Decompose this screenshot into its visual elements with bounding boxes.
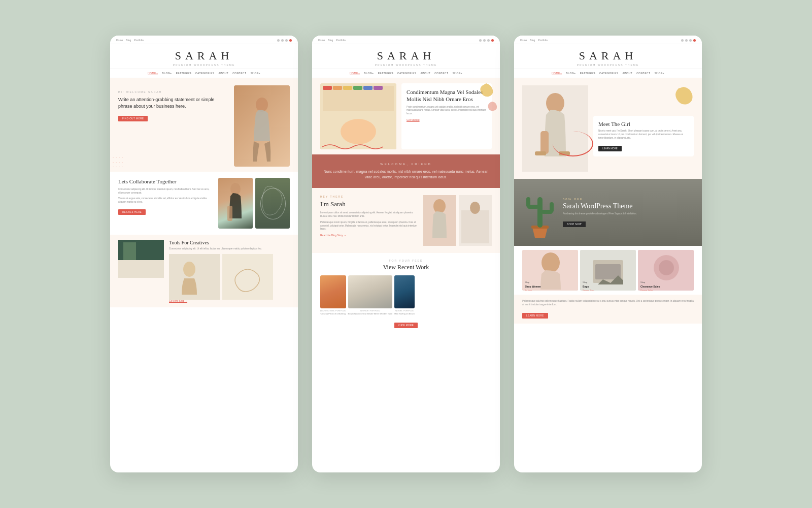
collab-abstract-svg (255, 178, 290, 229)
screen3-shop-btn[interactable]: SHOP NOW (563, 221, 586, 227)
person-silhouette-1 (247, 96, 277, 167)
social-icon-f-3[interactable] (681, 39, 684, 42)
screen2-portfolio-title: View Recent Work (320, 264, 492, 271)
nav-portfolio-1[interactable]: Portfolio (134, 39, 143, 42)
screen2-hero-inner: Condimentum Magna Vel Sodales Mollis Nis… (320, 83, 492, 149)
portfolio-img-1 (320, 275, 346, 308)
nav-blog-2[interactable]: Blog (328, 39, 333, 42)
svg-rect-12 (333, 86, 342, 90)
nav-portfolio-3[interactable]: Portfolio (538, 39, 547, 42)
nav-home-3[interactable]: Home (520, 39, 527, 42)
nav-menu-blog-1[interactable]: BLOG+ (162, 72, 172, 75)
portfolio-img-3 (394, 275, 415, 308)
nav-home-2[interactable]: Home (318, 39, 325, 42)
blob-pink-svg (487, 101, 497, 111)
nav-home-1[interactable]: Home (116, 39, 123, 42)
nav-menu-contact-2[interactable]: CONTACT (434, 72, 448, 75)
svg-rect-11 (323, 86, 332, 90)
screen2-about: HEY THERE I'm Sarah Lorem ipsum dolor si… (312, 188, 500, 253)
nav-menu-shop-3[interactable]: SHOP+ (654, 72, 664, 75)
social-icon-i-2[interactable] (491, 39, 494, 42)
screen3-promo-text: 50% OFF Sarah WordPress Theme Purchasing… (563, 198, 694, 227)
nav-menu-features-2[interactable]: FEATURES (378, 72, 393, 75)
nav-blog-3[interactable]: Blog (530, 39, 535, 42)
social-icon-t[interactable] (281, 39, 284, 42)
screen1-gallery-img2 (222, 254, 273, 300)
portfolio-view-more-btn[interactable]: VIEW MORE (394, 323, 418, 328)
social-icon-i[interactable] (289, 39, 292, 42)
logo-title-2: SARAH (312, 49, 500, 62)
svg-point-43 (659, 260, 674, 275)
screen1-tagline: Write an attention-grabbing statement or… (118, 97, 229, 109)
portfolio-caption-3: NATURE / PORTFOLIO Man Surfing on Beach (394, 310, 415, 315)
nav-menu-blog-2[interactable]: BLOG+ (364, 72, 374, 75)
shop-item1-btn[interactable]: By Now (525, 289, 532, 291)
blob-yellow-3 (673, 85, 694, 106)
nav-blog-1[interactable]: Blog (126, 39, 131, 42)
screen1-read-more[interactable]: Go to the Shop → (169, 300, 290, 302)
nav-menu-shop-2[interactable]: SHOP+ (452, 72, 462, 75)
shop-item3-sub: Shop (640, 281, 645, 283)
nav-menu-about-2[interactable]: ABOUT (420, 72, 430, 75)
nav-menu-about-3[interactable]: ABOUT (622, 72, 632, 75)
screen2-hero-body: Proin condimentum, magna vel sodales mol… (407, 106, 487, 116)
screen1-topbar: Home Blog Portfolio (110, 36, 298, 44)
portfolio-item-3: NATURE / PORTFOLIO Man Surfing on Beach (394, 275, 415, 315)
svg-point-21 (433, 199, 446, 213)
gallery-img-1-svg (169, 254, 220, 300)
screen1-tools-image (118, 240, 164, 278)
social-icon-i-3[interactable] (693, 39, 696, 42)
screen2-read-more[interactable]: Read the Blog Story → (320, 234, 418, 237)
nav-menu-about-1[interactable]: ABOUT (218, 72, 228, 75)
shop-item3-btn[interactable]: Browse Sales (640, 289, 653, 291)
shop-item3-svg (638, 250, 694, 291)
portfolio-img-2 (348, 275, 393, 308)
social-icon-f[interactable] (277, 39, 280, 42)
screen3-shop-item-1: Shop Shop Women By Now (522, 250, 578, 291)
nav-menu-features-1[interactable]: FEATURES (176, 72, 191, 75)
nav-menu-blog-3[interactable]: BLOG+ (566, 72, 576, 75)
screen3-shop-grid: Shop Shop Women By Now Shop Bags Browse … (514, 246, 702, 295)
nav-menu-contact-3[interactable]: CONTACT (636, 72, 650, 75)
screen2-hero-cta[interactable]: Get Started (407, 118, 487, 121)
social-icon-f-2[interactable] (479, 39, 482, 42)
nav-menu-contact-1[interactable]: CONTACT (232, 72, 246, 75)
screen3-learn-btn[interactable]: LEARN MORE (598, 146, 622, 151)
screen1-collab-img2 (255, 178, 290, 229)
social-icons-3 (681, 39, 696, 42)
screen1-collab: Lets Collaborate Together Consectetur ad… (110, 172, 298, 235)
nav-menu-home-2[interactable]: HOME+ (350, 72, 360, 75)
nav-menu-cat-1[interactable]: CATEGORIES (195, 72, 214, 75)
screen2-nav-links: Home Blog Portfolio (318, 39, 346, 42)
nav-menu-home-3[interactable]: HOME+ (552, 72, 562, 75)
screen3-meet-title: Meet The Girl (598, 121, 689, 127)
nav-menu-cat-2[interactable]: CATEGORIES (397, 72, 416, 75)
social-icon-t-3[interactable] (685, 39, 688, 42)
screen3-meet-body: Nice to meet you. I'm Sarah. Short pleas… (598, 130, 689, 140)
screen3-meet-card: Meet The Girl Nice to meet you. I'm Sara… (593, 116, 694, 156)
nav-menu-home-1[interactable]: HOME+ (148, 72, 158, 75)
nav-portfolio-2[interactable]: Portfolio (336, 39, 345, 42)
screen1-collab-cta[interactable]: DETAILS HERE (118, 209, 146, 215)
screen2-about-label: HEY THERE (320, 195, 418, 198)
svg-rect-33 (526, 197, 530, 207)
shop-item1-label: Shop Women (525, 285, 541, 288)
screen3-footer: Pellentesque pulvinar pellentesque habit… (514, 295, 702, 324)
social-icon-p-2[interactable] (487, 39, 490, 42)
nav-menu-features-3[interactable]: FEATURES (580, 72, 595, 75)
screen1-hero-cta[interactable]: FIND OUT MORE (118, 116, 148, 121)
nav-menu-shop-1[interactable]: SHOP+ (250, 72, 260, 75)
nav-menu-cat-3[interactable]: CATEGORIES (599, 72, 618, 75)
screen1-gallery-img1 (169, 254, 220, 300)
screen3-footer-btn[interactable]: LEARN MORE (522, 313, 548, 319)
social-icon-p-3[interactable] (689, 39, 692, 42)
screen1-logo: SARAH PREMIUM WORDPRESS THEME (110, 44, 298, 69)
svg-point-17 (341, 119, 376, 144)
social-icon-p[interactable] (285, 39, 288, 42)
shop-item2-btn[interactable]: Browse Now (583, 289, 594, 291)
svg-rect-35 (550, 202, 554, 212)
logo-title-1: SARAH (110, 49, 298, 62)
screen1-nav-links: Home Blog Portfolio (116, 39, 144, 42)
screen-3: Home Blog Portfolio SARAH PREMIUM WORDPR… (514, 36, 702, 472)
social-icon-t-2[interactable] (483, 39, 486, 42)
